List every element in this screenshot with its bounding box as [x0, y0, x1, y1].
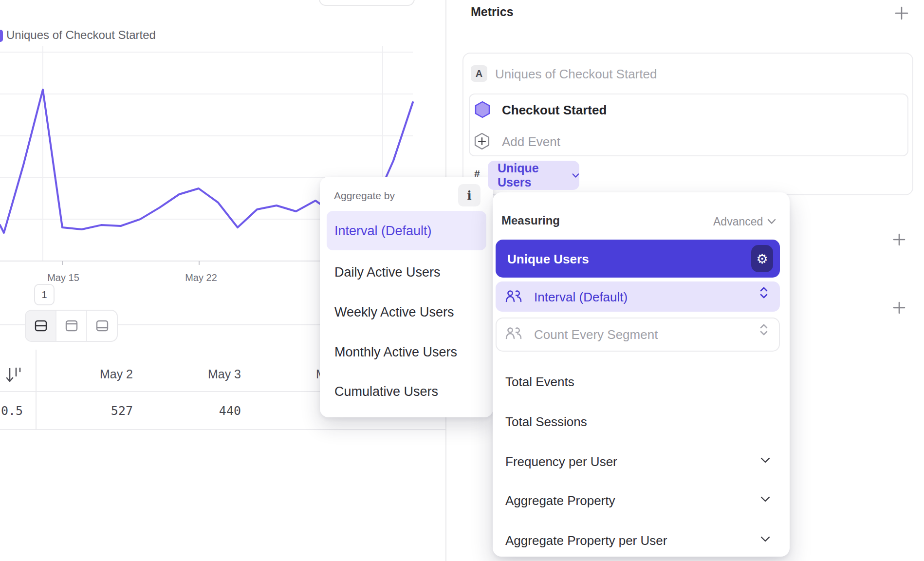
chevron-down-icon [760, 536, 770, 542]
users-icon [505, 326, 522, 340]
split-horizontal-icon [34, 318, 48, 333]
table-header-cell[interactable]: May 2 [36, 367, 133, 383]
chevron-down-icon[interactable] [767, 219, 776, 224]
sort-descending-icon[interactable] [6, 366, 21, 385]
add-breakdown-button[interactable] [892, 300, 906, 315]
measuring-title: Measuring [501, 214, 560, 227]
metric-name-input[interactable]: Uniques of Checkout Started [495, 67, 657, 82]
info-icon[interactable]: i [458, 184, 480, 206]
menu-item-aggregate-property-per-user[interactable]: Aggregate Property per User [505, 533, 667, 548]
event-name[interactable]: Checkout Started [502, 103, 607, 118]
aggregate-by-title: Aggregate by [334, 190, 395, 202]
menu-item-cumulative-users[interactable]: Cumulative Users [334, 384, 438, 399]
add-event-label[interactable]: Add Event [502, 134, 560, 150]
table-row-border [0, 429, 445, 430]
menu-item-interval-default[interactable]: Interval (Default) [334, 224, 432, 239]
menu-item-monthly-active-users[interactable]: Monthly Active Users [334, 345, 457, 360]
chevron-down-icon [572, 173, 579, 178]
table-header-cell[interactable]: May 3 [133, 367, 241, 383]
table-cell-clipped: 0.5 [1, 404, 23, 418]
menu-item-aggregate-property[interactable]: Aggregate Property [505, 493, 615, 508]
gear-icon[interactable]: ⚙ [751, 245, 773, 272]
count-segment-option-label: Count Every Segment [534, 327, 658, 342]
up-down-chevrons-icon [759, 286, 768, 299]
add-filter-button[interactable] [892, 232, 906, 247]
chevron-down-icon [760, 496, 770, 503]
menu-item-daily-active-users[interactable]: Daily Active Users [334, 265, 441, 280]
x-axis-tick-label: May 15 [34, 272, 92, 283]
aggregation-chip-label: Unique Users [498, 161, 566, 189]
aggregation-dropdown-chip[interactable]: Unique Users [488, 161, 579, 190]
metric-letter-badge: A [471, 65, 487, 82]
menu-item-total-events[interactable]: Total Events [505, 374, 574, 390]
interval-option-label: Interval (Default) [534, 290, 628, 305]
layout-table-only-button[interactable] [86, 311, 117, 341]
menu-item-total-sessions[interactable]: Total Sessions [505, 414, 587, 430]
table-cell: 527 [36, 404, 133, 419]
panel-bottom-icon [95, 318, 110, 333]
layout-toggle-group [25, 310, 118, 342]
metrics-section-title: Metrics [471, 5, 514, 19]
menu-item-weekly-active-users[interactable]: Weekly Active Users [334, 305, 454, 320]
add-event-icon[interactable] [473, 131, 491, 151]
layout-chart-only-button[interactable] [55, 311, 86, 341]
users-icon [505, 289, 522, 303]
menu-item-frequency-per-user[interactable]: Frequency per User [505, 454, 617, 469]
page-number-button[interactable]: 1 [34, 284, 55, 305]
x-axis-tick-label: May 22 [172, 272, 230, 283]
chevron-down-icon [760, 457, 770, 464]
add-metric-button[interactable] [894, 6, 909, 20]
advanced-toggle[interactable]: Advanced [713, 215, 763, 228]
clipped-toolbar-card [319, 0, 415, 6]
up-down-chevrons-icon [759, 323, 768, 336]
table-cell: 440 [133, 404, 241, 419]
panel-top-icon [64, 318, 79, 333]
measuring-selected-label: Unique Users [507, 252, 589, 267]
event-hexagon-icon [474, 100, 491, 119]
layout-split-button[interactable] [26, 311, 55, 341]
